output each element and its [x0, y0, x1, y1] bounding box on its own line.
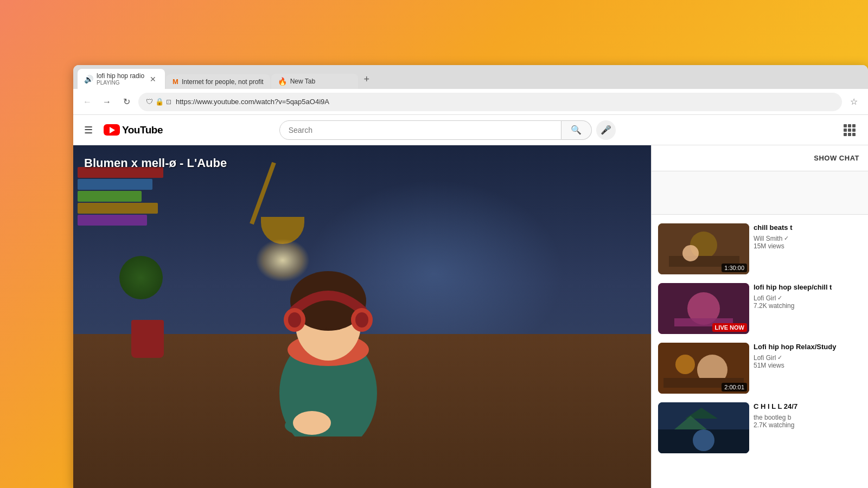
video-title-overlay: Blumen x mell-ø - L'Aube	[84, 156, 227, 170]
recommended-item-1[interactable]: 1:30:00 chill beats t Will Smith ✓ 15M v…	[652, 219, 868, 279]
rec-thumb-3: 2:00:01	[658, 343, 749, 394]
rec-thumb-4	[658, 402, 749, 453]
grid-dot-2	[848, 124, 851, 127]
url-display: https://www.youtube.com/watch?v=5qap5aO4…	[176, 98, 834, 106]
rec-2-channel: Lofi Girl ✓	[754, 294, 861, 302]
tab-lofi-favicon: 🔊	[84, 75, 93, 84]
rec-3-channel: Lofi Girl ✓	[754, 354, 861, 362]
tab-lofi-subtitle: PLAYING	[97, 80, 144, 86]
character-svg	[247, 220, 410, 436]
video-section[interactable]: Blumen x mell-ø - L'Aube	[73, 145, 651, 488]
rec-thumb-1: 1:30:00	[658, 223, 749, 274]
nav-bar: ← → ↻ 🛡 🔒 ⊡ https://www.youtube.com/watc…	[73, 89, 868, 115]
rec-1-info: chill beats t Will Smith ✓ 15M views	[754, 223, 861, 250]
tab-newtab-favicon: 🔥	[278, 77, 287, 86]
tab-newtab[interactable]: 🔥 New Tab	[271, 74, 358, 89]
video-thumbnail: Blumen x mell-ø - L'Aube	[73, 145, 651, 488]
rec-thumb-2: LIVE NOW	[658, 283, 749, 334]
search-box	[279, 120, 561, 140]
recommended-item-2[interactable]: LIVE NOW lofi hip hop sleep/chill t Lofi…	[652, 279, 868, 338]
recommended-item-4[interactable]: C H I L L 24/7 the bootleg b 2.7K watchi…	[652, 398, 868, 458]
pip-icon: ⊡	[166, 98, 171, 106]
header-actions	[840, 120, 859, 140]
lamp-arm	[250, 162, 276, 224]
shield-icon: 🛡	[146, 98, 153, 106]
book-5	[78, 215, 147, 226]
rec-2-info: lofi hip hop sleep/chill t Lofi Girl ✓ 7…	[754, 283, 861, 310]
hamburger-menu-button[interactable]: ☰	[82, 122, 95, 138]
tab-lofi-title: lofi hip hop radio	[97, 72, 144, 80]
youtube-header: ☰ YouTube 🔍 🎤	[73, 115, 868, 145]
character	[247, 220, 410, 436]
tab-mozilla-title: Internet for people, not profit	[182, 78, 264, 86]
svg-point-13	[682, 245, 699, 261]
grid-dot-6	[852, 129, 856, 132]
youtube-wordmark: YouTube	[122, 124, 163, 136]
rec-2-verified: ✓	[777, 294, 782, 301]
rec-1-channel: Will Smith ✓	[754, 235, 861, 242]
forward-button[interactable]: →	[99, 94, 114, 110]
grid-dot-1	[844, 124, 847, 127]
svg-point-23	[693, 429, 714, 451]
grid-dot-5	[848, 129, 851, 132]
page-content: ☰ YouTube 🔍 🎤	[73, 115, 868, 488]
tab-mozilla-favicon: M	[173, 78, 178, 86]
tab-lofi-text: lofi hip hop radio PLAYING	[97, 72, 144, 86]
new-tab-button[interactable]: +	[359, 72, 374, 87]
search-input[interactable]	[289, 126, 552, 134]
rec-2-views: 7.2K watching	[754, 302, 861, 310]
lock-icon: 🔒	[155, 98, 164, 106]
rec-3-views: 51M views	[754, 362, 861, 369]
tab-mozilla-text: Internet for people, not profit	[182, 78, 264, 86]
svg-point-9	[293, 411, 331, 435]
book-2	[78, 179, 152, 190]
main-area: Blumen x mell-ø - L'Aube SHOW CHAT	[73, 145, 868, 488]
rec-2-title: lofi hip hop sleep/chill t	[754, 283, 861, 292]
search-icon: 🔍	[571, 125, 582, 135]
youtube-icon	[104, 124, 120, 136]
svg-point-7	[355, 312, 368, 328]
rec-1-title: chill beats t	[754, 223, 861, 233]
search-container: 🔍 🎤	[279, 120, 616, 140]
show-chat-bar: SHOW CHAT	[652, 145, 868, 171]
rec-4-views: 2.7K watching	[754, 421, 861, 429]
recommended-item-3[interactable]: 2:00:01 Lofi hip hop Relax/Study Lofi Gi…	[652, 338, 868, 398]
grid-icon	[844, 124, 856, 136]
recommended-list: 1:30:00 chill beats t Will Smith ✓ 15M v…	[652, 215, 868, 488]
grid-dot-7	[844, 133, 847, 136]
tab-lofi[interactable]: 🔊 lofi hip hop radio PLAYING ✕	[78, 69, 165, 89]
book-3	[78, 191, 142, 202]
svg-point-20	[675, 355, 695, 374]
back-button[interactable]: ←	[80, 94, 95, 110]
rec-3-duration: 2:00:01	[722, 383, 747, 391]
microphone-icon: 🎤	[601, 125, 611, 135]
sidebar: SHOW CHAT	[651, 145, 868, 488]
rec-4-info: C H I L L 24/7 the bootleg b 2.7K watchi…	[754, 402, 861, 429]
address-bar[interactable]: 🛡 🔒 ⊡ https://www.youtube.com/watch?v=5q…	[138, 93, 842, 111]
rec-1-duration: 1:30:00	[722, 264, 747, 272]
bookshelf	[73, 163, 189, 334]
rec-1-verified: ✓	[784, 235, 789, 242]
rec-2-live-badge: LIVE NOW	[712, 323, 747, 332]
apps-button[interactable]	[840, 120, 859, 140]
show-chat-button[interactable]: SHOW CHAT	[814, 154, 859, 162]
tab-lofi-close[interactable]: ✕	[148, 74, 158, 85]
tab-bar: 🔊 lofi hip hop radio PLAYING ✕ M Interne…	[73, 65, 868, 89]
tab-mozilla[interactable]: M Internet for people, not profit	[166, 74, 270, 89]
youtube-logo[interactable]: YouTube	[104, 124, 163, 136]
rec-thumb-4-art	[658, 402, 749, 453]
refresh-button[interactable]: ↻	[119, 94, 134, 110]
grid-dot-4	[844, 129, 847, 132]
plant-pot	[131, 320, 164, 358]
book-4	[78, 203, 158, 214]
search-button[interactable]: 🔍	[561, 120, 592, 140]
voice-search-button[interactable]: 🎤	[596, 120, 616, 140]
svg-point-5	[288, 312, 301, 328]
bookmark-button[interactable]: ☆	[846, 94, 861, 110]
rec-3-title: Lofi hip hop Relax/Study	[754, 343, 861, 352]
tab-newtab-text: New Tab	[290, 78, 352, 85]
grid-dot-9	[852, 133, 856, 136]
tab-newtab-title: New Tab	[290, 78, 352, 85]
youtube-play-triangle	[110, 127, 115, 133]
grid-dot-3	[852, 124, 856, 127]
